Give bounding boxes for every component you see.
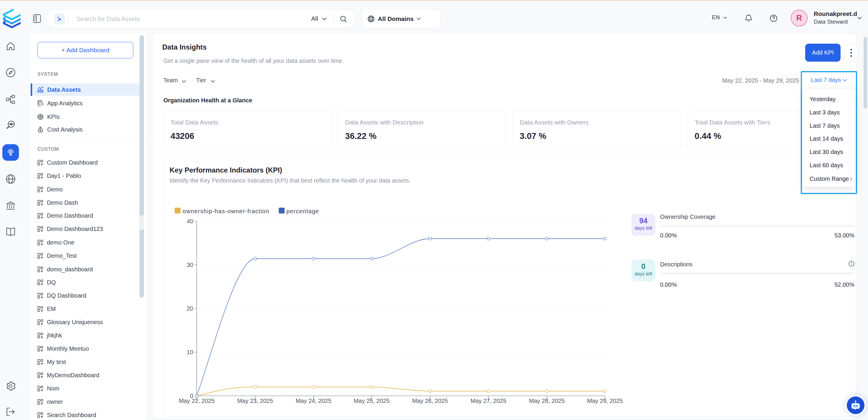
svg-text:30: 30: [187, 262, 193, 268]
svg-text:May 24, 2025: May 24, 2025: [296, 398, 331, 404]
svg-text:May 25, 2025: May 25, 2025: [353, 398, 389, 404]
svg-text:May 26, 2025: May 26, 2025: [412, 398, 448, 404]
svg-text:20: 20: [187, 305, 193, 312]
svg-text:10: 10: [187, 349, 193, 355]
svg-text:May 27, 2025: May 27, 2025: [470, 398, 506, 404]
svg-text:May 22, 2025: May 22, 2025: [179, 398, 214, 404]
svg-text:40: 40: [187, 218, 193, 224]
svg-text:May 28, 2025: May 28, 2025: [529, 398, 564, 404]
svg-text:May 29, 2025: May 29, 2025: [587, 398, 623, 404]
svg-text:May 23, 2025: May 23, 2025: [237, 398, 273, 404]
